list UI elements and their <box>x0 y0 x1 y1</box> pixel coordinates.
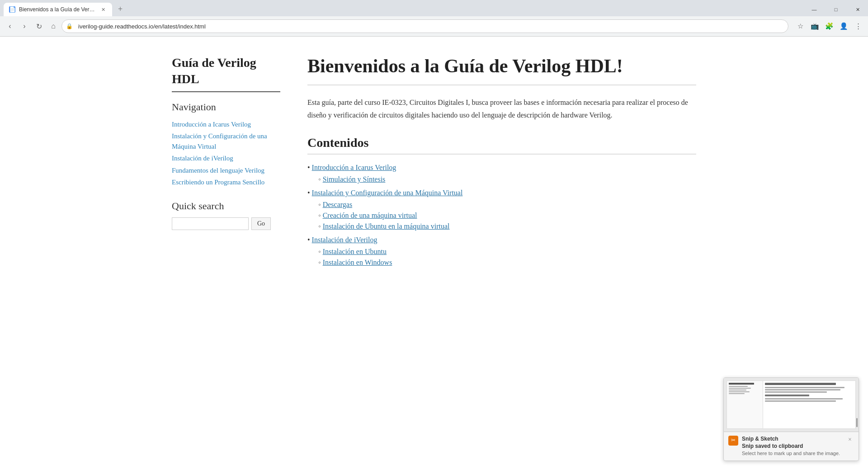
snip-sketch-notification[interactable]: ✂ Snip & Sketch Snip saved to clipboard … <box>723 377 859 461</box>
notification-title: Snip saved to clipboard <box>742 443 842 449</box>
contents-item-iverilog: Instalación de iVerilog Instalación en U… <box>307 236 696 267</box>
contents-link-install-config[interactable]: Instalación y Configuración de una Máqui… <box>312 189 463 197</box>
sidebar-nav-item: Fundamentos del lenguaje Verilog <box>172 165 280 176</box>
notification-body: ✂ Snip & Sketch Snip saved to clipboard … <box>724 432 859 461</box>
search-button[interactable]: Go <box>251 217 271 230</box>
close-button[interactable]: ✕ <box>847 3 868 16</box>
browser-action-buttons: ☆ 📺 🧩 👤 ⋮ <box>794 20 864 33</box>
sidebar-link-fundamentals[interactable]: Fundamentos del lenguaje Verilog <box>172 167 264 174</box>
contents-subitem: Creación de una máquina virtual <box>318 212 696 220</box>
sidebar-nav-heading: Navigation <box>172 101 280 113</box>
tab-close-button[interactable]: ✕ <box>99 6 107 13</box>
contents-subitem: Descargas <box>318 201 696 209</box>
window-controls: — □ ✕ <box>804 3 868 16</box>
preview-inner <box>726 381 856 429</box>
intro-paragraph: Esta guía, parte del curso IE-0323, Circ… <box>307 96 696 121</box>
maximize-button[interactable]: □ <box>826 3 846 16</box>
contents-item-intro: Introducción a Icarus Verilog Simulación… <box>307 164 696 183</box>
browser-tab[interactable]: 📄 Bienvenidos a la Guía de Verilog ... ✕ <box>4 3 112 16</box>
contents-link-windows-install[interactable]: Instalación en Windows <box>323 258 392 266</box>
sidebar-search-heading: Quick search <box>172 200 280 212</box>
sidebar-link-intro[interactable]: Introducción a Icarus Verilog <box>172 121 251 128</box>
new-tab-button[interactable]: + <box>114 3 127 15</box>
contents-subitem: Simulación y Síntesis <box>318 175 696 183</box>
notification-preview <box>724 378 859 432</box>
reload-button[interactable]: ↻ <box>33 20 45 33</box>
contents-list: Introducción a Icarus Verilog Simulación… <box>307 164 696 267</box>
sidebar-nav-item: Introducción a Icarus Verilog <box>172 119 280 130</box>
menu-button[interactable]: ⋮ <box>852 20 864 33</box>
contents-subitem: Instalación en Ubuntu <box>318 248 696 256</box>
sidebar-nav-item: Instalación y Configuración de una Máqui… <box>172 131 280 151</box>
contents-sublist-install: Descargas Creación de una máquina virtua… <box>318 201 696 230</box>
forward-button[interactable]: › <box>18 20 31 33</box>
address-bar-container: 🔒 <box>61 19 788 33</box>
contents-link-create-vm[interactable]: Creación de una máquina virtual <box>323 212 417 219</box>
page-title: Bienvenidos a la Guía de Verilog HDL! <box>307 55 696 85</box>
notification-app-name: Snip & Sketch <box>742 436 842 442</box>
contents-link-sim-sintesis[interactable]: Simulación y Síntesis <box>323 175 386 183</box>
browser-chrome: 📄 Bienvenidos a la Guía de Verilog ... ✕… <box>0 0 868 37</box>
sidebar: Guía de Verilog HDL Navigation Introducc… <box>172 55 298 452</box>
profile-button[interactable]: 👤 <box>837 20 850 33</box>
contents-sublist-intro: Simulación y Síntesis <box>318 175 696 183</box>
tab-title: Bienvenidos a la Guía de Verilog ... <box>19 6 96 13</box>
sidebar-nav-list: Introducción a Icarus Verilog Instalació… <box>172 119 280 188</box>
minimize-button[interactable]: — <box>804 3 825 16</box>
tab-favicon: 📄 <box>9 6 15 13</box>
contents-subitem: Instalación en Windows <box>318 258 696 267</box>
contents-link-install-ubuntu[interactable]: Instalación de Ubuntu en la máquina virt… <box>323 222 450 230</box>
contents-heading: Contenidos <box>307 136 696 155</box>
main-content: Bienvenidos a la Guía de Verilog HDL! Es… <box>298 55 696 452</box>
notification-text-area: Snip & Sketch Snip saved to clipboard Se… <box>742 436 842 457</box>
search-input[interactable] <box>172 217 249 230</box>
contents-link-iverilog[interactable]: Instalación de iVerilog <box>312 236 377 244</box>
preview-content <box>763 381 855 428</box>
home-button[interactable]: ⌂ <box>47 20 60 33</box>
contents-sublist-iverilog: Instalación en Ubuntu Instalación en Win… <box>318 248 696 267</box>
browser-toolbar: ‹ › ↻ ⌂ 🔒 ☆ 📺 🧩 👤 ⋮ <box>0 16 868 36</box>
bookmark-star-button[interactable]: ☆ <box>794 20 807 33</box>
notification-close-button[interactable]: × <box>846 436 854 444</box>
page-wrapper: Guía de Verilog HDL Navigation Introducc… <box>163 37 705 470</box>
contents-subitem: Instalación de Ubuntu en la máquina virt… <box>318 222 696 230</box>
search-form: Go <box>172 217 280 230</box>
address-input[interactable] <box>61 19 788 33</box>
sidebar-nav-item: Instalación de iVerilog <box>172 153 280 164</box>
extensions-button[interactable]: 🧩 <box>823 20 835 33</box>
preview-sidebar <box>727 381 763 428</box>
sidebar-nav-item: Escribiendo un Programa Sencillo <box>172 177 280 188</box>
sidebar-link-install-config[interactable]: Instalación y Configuración de una Máqui… <box>172 132 267 150</box>
sidebar-title: Guía de Verilog HDL <box>172 55 280 92</box>
sidebar-link-simple-program[interactable]: Escribiendo un Programa Sencillo <box>172 179 264 186</box>
contents-link-descargas[interactable]: Descargas <box>323 201 352 208</box>
snip-sketch-icon: ✂ <box>728 436 738 446</box>
contents-item-install-config: Instalación y Configuración de una Máqui… <box>307 189 696 230</box>
back-button[interactable]: ‹ <box>4 20 16 33</box>
contents-link-ubuntu-install[interactable]: Instalación en Ubuntu <box>323 248 387 255</box>
contents-link-intro[interactable]: Introducción a Icarus Verilog <box>312 164 396 171</box>
notification-desc: Select here to mark up and share the ima… <box>742 450 842 457</box>
sidebar-link-install-iverilog[interactable]: Instalación de iVerilog <box>172 155 233 162</box>
cast-button[interactable]: 📺 <box>808 20 821 33</box>
